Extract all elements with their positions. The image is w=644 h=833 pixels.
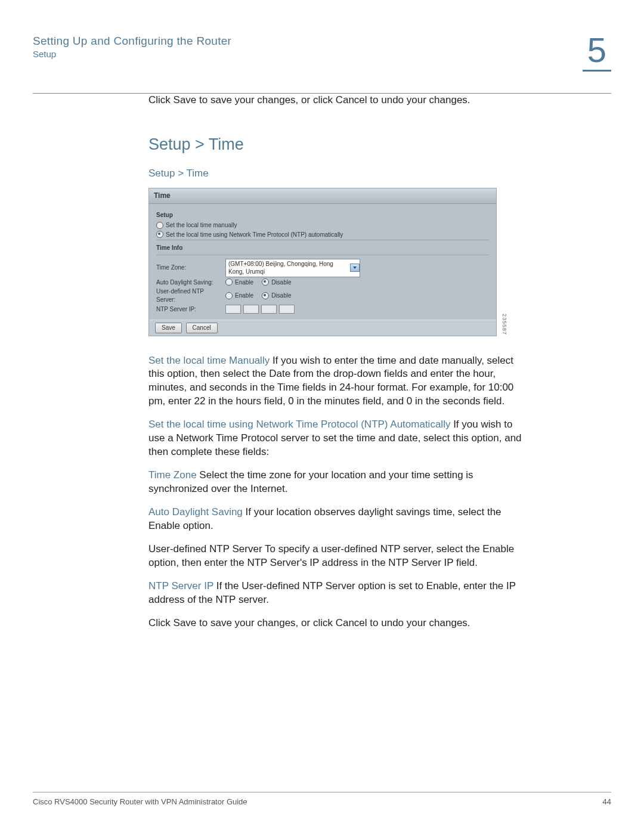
cancel-button[interactable]: Cancel xyxy=(186,323,218,333)
timezone-select[interactable]: (GMT+08:00) Beijing, Chongqing, Hong Kon… xyxy=(225,259,360,277)
radio-manual-label: Set the local time manually xyxy=(166,221,237,230)
radio-manual[interactable] xyxy=(156,222,163,229)
disable-label: Disable xyxy=(271,278,291,287)
paragraph-save: Click Save to save your changes, or clic… xyxy=(148,617,522,630)
paragraph-ntp: Set the local time using Network Time Pr… xyxy=(148,418,522,459)
header-subtitle: Setup xyxy=(33,49,231,59)
daylight-label: Auto Daylight Saving: xyxy=(156,278,223,287)
panel-title: Time xyxy=(149,188,496,203)
paragraph-userntp: User-defined NTP Server To specify a use… xyxy=(148,543,522,570)
ntp-ip-octet-4[interactable] xyxy=(279,305,295,314)
group-divider xyxy=(156,240,489,240)
enable-label: Enable xyxy=(235,278,253,287)
page-header: Setting Up and Configuring the Router Se… xyxy=(33,33,611,72)
radio-udntp-disable[interactable] xyxy=(262,292,269,299)
subsection-heading: Setup > Time xyxy=(148,167,522,181)
save-button[interactable]: Save xyxy=(155,323,182,333)
paragraph-daylight: Auto Daylight Saving If your location ob… xyxy=(148,506,522,533)
ntp-ip-octet-3[interactable] xyxy=(261,305,277,314)
radio-udntp-enable[interactable] xyxy=(225,292,233,299)
enable-label-2: Enable xyxy=(235,292,253,300)
ntp-ip-octet-2[interactable] xyxy=(243,305,259,314)
page-footer: Cisco RVS4000 Security Router with VPN A… xyxy=(33,792,611,806)
timezone-value: (GMT+08:00) Beijing, Chongqing, Hong Kon… xyxy=(228,260,348,276)
timezone-label: Time Zone: xyxy=(156,264,223,272)
ntpip-label: NTP Server IP: xyxy=(156,305,223,314)
term-manual: Set the local time Manually xyxy=(148,355,270,366)
intro-paragraph: Click Save to save your changes, or clic… xyxy=(148,94,522,107)
figure-id: 235587 xyxy=(501,314,508,335)
radio-ntp-label: Set the local time using Network Time Pr… xyxy=(166,231,343,239)
section-heading: Setup > Time xyxy=(148,134,522,155)
group-info-label: Time Info xyxy=(156,244,489,252)
group-divider-2 xyxy=(156,255,489,255)
time-setup-screenshot: Time Setup Set the local time manually S… xyxy=(148,188,497,336)
disable-label-2: Disable xyxy=(271,292,291,300)
chevron-down-icon[interactable] xyxy=(350,264,360,272)
header-title: Setting Up and Configuring the Router xyxy=(33,35,231,48)
radio-dls-enable[interactable] xyxy=(225,278,233,286)
term-ntpip: NTP Server IP xyxy=(148,580,213,592)
radio-ntp[interactable] xyxy=(156,231,163,238)
term-ntp: Set the local time using Network Time Pr… xyxy=(148,419,450,430)
page-number: 44 xyxy=(603,797,611,806)
term-timezone: Time Zone xyxy=(148,469,197,481)
ntp-ip-octet-1[interactable] xyxy=(225,305,241,314)
footer-title: Cisco RVS4000 Security Router with VPN A… xyxy=(33,797,247,806)
paragraph-timezone: Time Zone Select the time zone for your … xyxy=(148,469,522,496)
userntp-label: User-defined NTP Server: xyxy=(156,287,223,304)
chapter-number: 5 xyxy=(583,33,611,72)
radio-dls-disable[interactable] xyxy=(262,278,269,286)
group-setup-label: Setup xyxy=(156,211,489,219)
term-daylight: Auto Daylight Saving xyxy=(148,506,243,518)
paragraph-ntpip: NTP Server IP If the User-defined NTP Se… xyxy=(148,580,522,607)
paragraph-manual: Set the local time Manually If you wish … xyxy=(148,354,522,409)
